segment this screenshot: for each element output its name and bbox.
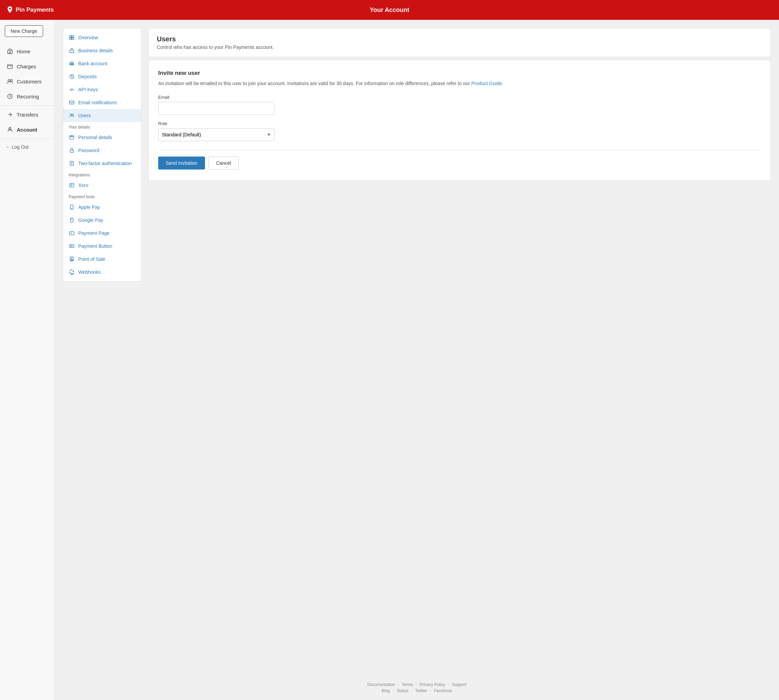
nav-item-password[interactable]: Password bbox=[63, 144, 141, 157]
nav-item-payment-button[interactable]: PAY Payment Button bbox=[63, 240, 141, 253]
sidebar-item-account[interactable]: Account bbox=[0, 122, 54, 137]
transfers-icon bbox=[7, 111, 13, 118]
footer-link-documentation[interactable]: Documentation bbox=[367, 682, 395, 687]
business-icon bbox=[69, 48, 75, 54]
svg-point-3 bbox=[8, 79, 10, 82]
deposits-icon: $ bbox=[69, 73, 75, 80]
sidebar-item-charges[interactable]: Charges bbox=[0, 59, 54, 74]
content-panel: Users Control who has access to your Pin… bbox=[148, 28, 771, 181]
google-pay-icon bbox=[69, 217, 75, 223]
account-nav-panel: Overview Business details Bank account bbox=[63, 28, 141, 282]
main-layout: New Charge Home Charges Customers bbox=[0, 20, 779, 700]
your-details-section-label: Your details bbox=[63, 122, 141, 131]
svg-point-19 bbox=[72, 114, 73, 115]
overview-icon bbox=[69, 35, 75, 41]
users-description: Control who has access to your Pin Payme… bbox=[157, 45, 762, 50]
svg-rect-2 bbox=[8, 65, 13, 69]
nav-item-deposits[interactable]: $ Deposits bbox=[63, 70, 141, 83]
nav-item-api-keys[interactable]: API Keys bbox=[63, 83, 141, 96]
home-icon bbox=[7, 48, 13, 55]
cancel-button[interactable]: Cancel bbox=[208, 157, 239, 170]
footer-link-terms[interactable]: Terms bbox=[402, 682, 413, 687]
logo[interactable]: Pin Payments bbox=[7, 6, 54, 14]
nav-item-apple-pay[interactable]: Apple Pay bbox=[63, 201, 141, 213]
charges-icon bbox=[7, 63, 13, 70]
footer-link-twitter[interactable]: Twitter bbox=[415, 688, 427, 693]
svg-rect-7 bbox=[70, 35, 72, 37]
form-actions: Send Invitation Cancel bbox=[158, 149, 761, 170]
customers-icon bbox=[7, 78, 13, 85]
svg-point-6 bbox=[9, 127, 11, 130]
nav-item-overview[interactable]: Overview bbox=[63, 31, 141, 44]
nav-item-business-details[interactable]: Business details bbox=[63, 44, 141, 57]
integrations-section-label: Integrations bbox=[63, 170, 141, 179]
nav-item-google-pay[interactable]: Google Pay bbox=[63, 213, 141, 227]
footer-links-row2: Blog · Status · Twitter · Facebook bbox=[55, 688, 779, 693]
nav-item-email-notifications[interactable]: Email notifications bbox=[63, 96, 141, 109]
personal-icon bbox=[69, 134, 75, 140]
email-input[interactable] bbox=[158, 102, 275, 115]
password-icon bbox=[69, 147, 75, 153]
svg-text:$: $ bbox=[71, 75, 72, 77]
footer-links-row1: Documentation · Terms · Privacy Policy ·… bbox=[55, 682, 779, 687]
svg-rect-17 bbox=[69, 101, 74, 104]
email-form-group: Email bbox=[158, 95, 761, 115]
xero-icon bbox=[69, 182, 75, 188]
role-label: Role bbox=[158, 121, 761, 126]
svg-rect-13 bbox=[72, 63, 72, 65]
svg-point-23 bbox=[72, 164, 72, 165]
footer-link-support[interactable]: Support bbox=[452, 682, 466, 687]
page-title: Your Account bbox=[370, 7, 409, 14]
logo-icon bbox=[7, 6, 13, 14]
svg-point-35 bbox=[73, 271, 74, 272]
nav-item-two-factor[interactable]: Two-factor authentication bbox=[63, 157, 141, 170]
app-header: Pin Payments Your Account bbox=[0, 0, 779, 20]
api-icon bbox=[69, 87, 75, 93]
apple-pay-icon bbox=[69, 204, 75, 210]
two-factor-icon bbox=[69, 160, 75, 167]
footer-link-privacy[interactable]: Privacy Policy bbox=[419, 682, 445, 687]
svg-rect-33 bbox=[71, 260, 73, 260]
svg-point-18 bbox=[70, 114, 72, 115]
sidebar-item-home[interactable]: Home bbox=[0, 44, 54, 59]
payment-button-icon: PAY bbox=[69, 243, 75, 249]
payment-page-icon: $ bbox=[69, 230, 75, 236]
svg-rect-21 bbox=[70, 150, 73, 152]
svg-rect-8 bbox=[72, 35, 74, 37]
new-charge-button[interactable]: New Charge bbox=[5, 25, 43, 37]
sidebar-item-transfers[interactable]: Transfers bbox=[0, 107, 54, 122]
webhooks-icon bbox=[69, 269, 75, 275]
product-guide-link[interactable]: Product Guide bbox=[471, 81, 502, 86]
nav-item-xero[interactable]: Xero bbox=[63, 179, 141, 192]
svg-rect-1 bbox=[9, 52, 11, 54]
main-content: Overview Business details Bank account bbox=[55, 20, 779, 662]
footer-link-facebook[interactable]: Facebook bbox=[434, 688, 452, 693]
users-panel-header: Users Control who has access to your Pin… bbox=[148, 28, 771, 57]
nav-item-personal-details[interactable]: Personal details bbox=[63, 131, 141, 144]
send-invitation-button[interactable]: Send Invitation bbox=[158, 157, 205, 170]
svg-point-26 bbox=[72, 208, 72, 208]
sidebar: New Charge Home Charges Customers bbox=[0, 20, 55, 700]
users-icon bbox=[69, 112, 75, 118]
svg-point-4 bbox=[10, 79, 12, 82]
nav-item-webhooks[interactable]: Webhooks bbox=[63, 265, 141, 278]
nav-item-point-of-sale[interactable]: Point of Sale bbox=[63, 253, 141, 265]
nav-item-users[interactable]: Users bbox=[63, 109, 141, 122]
footer-link-status[interactable]: Status bbox=[397, 688, 408, 693]
role-select[interactable]: Standard (Default)AdministratorRead Only bbox=[158, 128, 275, 141]
svg-text:PAY: PAY bbox=[70, 245, 73, 247]
svg-point-36 bbox=[72, 273, 72, 275]
svg-rect-14 bbox=[73, 63, 73, 65]
nav-item-payment-page[interactable]: $ Payment Page bbox=[63, 227, 141, 240]
sidebar-item-customers[interactable]: Customers bbox=[0, 74, 54, 89]
logout-button[interactable]: ← Log Out bbox=[0, 140, 54, 154]
nav-item-bank-account[interactable]: Bank account bbox=[63, 57, 141, 70]
sidebar-item-recurring[interactable]: Recurring bbox=[0, 89, 54, 104]
payment-tools-section-label: Payment tools bbox=[63, 192, 141, 201]
invite-title: Invite new user bbox=[158, 70, 761, 77]
role-select-wrapper: Standard (Default)AdministratorRead Only… bbox=[158, 128, 275, 141]
svg-point-34 bbox=[70, 272, 71, 273]
footer-link-blog[interactable]: Blog bbox=[382, 688, 390, 693]
svg-rect-12 bbox=[70, 63, 71, 65]
email-icon bbox=[69, 100, 75, 106]
